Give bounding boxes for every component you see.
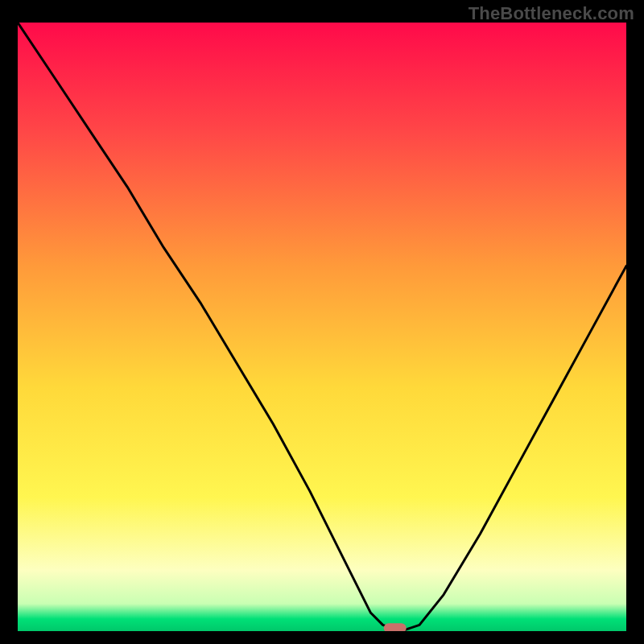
gradient-background	[18, 23, 626, 631]
chart-frame: TheBottleneck.com	[0, 0, 644, 644]
watermark-text: TheBottleneck.com	[469, 3, 634, 24]
plot-area	[18, 23, 626, 631]
chart-svg	[18, 23, 626, 631]
min-point-marker	[384, 623, 407, 631]
